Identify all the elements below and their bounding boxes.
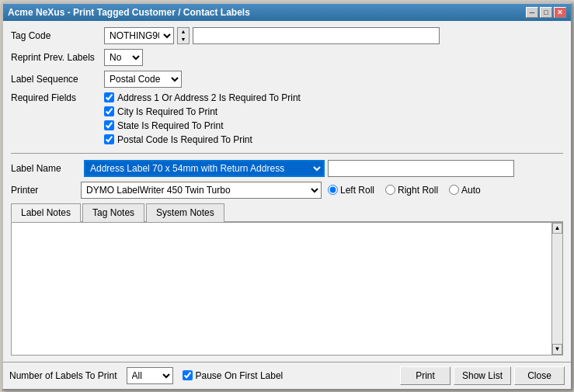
auto-roll-radio[interactable] (449, 185, 459, 195)
num-labels-label: Number of Labels To Print (9, 370, 117, 381)
left-roll-radio[interactable] (328, 185, 338, 195)
scrollbar: ▲ ▼ (551, 223, 562, 355)
maximize-button[interactable]: □ (540, 7, 552, 18)
label-sequence-select[interactable]: Postal Code Name Company (104, 71, 182, 88)
reprint-label: Reprint Prev. Labels (11, 52, 104, 63)
required-checkbox-row-1: Address 1 Or Address 2 Is Required To Pr… (104, 92, 301, 103)
bottom-bar: Number of Labels To Print All Pause On F… (3, 362, 571, 389)
title-bar: Acme NeXus - Print Tagged Customer / Con… (3, 4, 571, 21)
notes-textarea[interactable] (12, 223, 562, 355)
right-roll-label: Right Roll (398, 185, 438, 196)
required-fields-label: Required Fields (11, 92, 104, 145)
spin-up-button[interactable]: ▲ (178, 28, 189, 36)
label-name-row: Label Name Address Label 70 x 54mm with … (11, 160, 563, 177)
print-button[interactable]: Print (400, 366, 451, 385)
tag-description-input: No Purchase in 3 Mos (193, 27, 440, 44)
state-required-checkbox[interactable] (104, 120, 114, 130)
right-roll-radio[interactable] (385, 185, 395, 195)
num-labels-select[interactable]: All (127, 367, 173, 384)
reprint-select[interactable]: No Yes (104, 49, 143, 66)
close-button[interactable]: Close (514, 366, 565, 385)
tag-code-spinner: ▲ ▼ (177, 27, 190, 44)
action-buttons: Print Show List Close (400, 366, 565, 385)
tab-system-notes[interactable]: System Notes (146, 203, 224, 222)
required-fields-section: Required Fields Address 1 Or Address 2 I… (11, 92, 563, 145)
spin-down-button[interactable]: ▼ (178, 36, 189, 43)
auto-roll-label: Auto (461, 185, 481, 196)
tab-tag-notes[interactable]: Tag Notes (82, 203, 144, 222)
roll-radio-group: Left Roll Right Roll Auto (328, 185, 481, 196)
tag-code-controls: NOTHING90 ▲ ▼ No Purchase in 3 Mos (104, 27, 563, 44)
label-sequence-controls: Postal Code Name Company (104, 71, 563, 88)
address-required-label: Address 1 Or Address 2 Is Required To Pr… (117, 92, 301, 103)
required-checkbox-row-3: State Is Required To Print (104, 120, 301, 131)
pause-checkbox[interactable] (183, 370, 193, 380)
notes-area: ▲ ▼ (11, 222, 563, 356)
notes-container: ▲ ▼ (11, 222, 563, 356)
window-title: Acme NeXus - Print Tagged Customer / Con… (8, 7, 250, 18)
tabs-bar: Label Notes Tag Notes System Notes (11, 203, 563, 222)
printer-select[interactable]: DYMO LabelWriter 450 Twin Turbo (81, 182, 322, 199)
printer-label: Printer (11, 185, 81, 196)
main-window: Acme NeXus - Print Tagged Customer / Con… (2, 2, 572, 390)
label-sequence-label: Label Sequence (11, 74, 104, 85)
reprint-controls: No Yes (104, 49, 563, 66)
divider (11, 153, 563, 154)
tab-label-notes[interactable]: Label Notes (11, 203, 81, 222)
label-name-label: Label Name (11, 163, 81, 174)
postal-required-checkbox[interactable] (104, 134, 114, 144)
left-roll-option: Left Roll (328, 185, 374, 196)
pause-checkbox-row: Pause On First Label (183, 370, 284, 381)
show-list-button[interactable]: Show List (454, 366, 511, 385)
postal-required-label: Postal Code Is Required To Print (117, 134, 252, 145)
required-fields-checkboxes: Address 1 Or Address 2 Is Required To Pr… (104, 92, 301, 145)
label-name-select[interactable]: Address Label 70 x 54mm with Return Addr… (84, 160, 325, 177)
required-checkbox-row-4: Postal Code Is Required To Print (104, 134, 301, 145)
tag-code-label: Tag Code (11, 30, 104, 41)
required-checkbox-row-2: City Is Required To Print (104, 106, 301, 117)
tag-code-select[interactable]: NOTHING90 (104, 27, 174, 44)
printer-row: Printer DYMO LabelWriter 450 Twin Turbo … (11, 182, 563, 199)
scroll-up-arrow[interactable]: ▲ (552, 223, 562, 234)
close-title-button[interactable]: ✕ (554, 7, 566, 18)
title-bar-controls: ─ □ ✕ (526, 7, 566, 18)
reprint-row: Reprint Prev. Labels No Yes (11, 49, 563, 66)
tag-code-row: Tag Code NOTHING90 ▲ ▼ No Purchase in 3 … (11, 27, 563, 44)
address-required-checkbox[interactable] (104, 92, 114, 102)
pause-label: Pause On First Label (196, 370, 284, 381)
label-na-input[interactable]: N/A (328, 160, 514, 177)
content-area: Tag Code NOTHING90 ▲ ▼ No Purchase in 3 … (3, 21, 571, 362)
city-required-label: City Is Required To Print (117, 106, 217, 117)
scroll-track (552, 234, 562, 344)
state-required-label: State Is Required To Print (117, 120, 224, 131)
auto-roll-option: Auto (449, 185, 481, 196)
city-required-checkbox[interactable] (104, 106, 114, 116)
left-roll-label: Left Roll (340, 185, 374, 196)
minimize-button[interactable]: ─ (526, 7, 538, 18)
label-sequence-row: Label Sequence Postal Code Name Company (11, 71, 563, 88)
right-roll-option: Right Roll (385, 185, 438, 196)
scroll-down-arrow[interactable]: ▼ (552, 344, 562, 355)
